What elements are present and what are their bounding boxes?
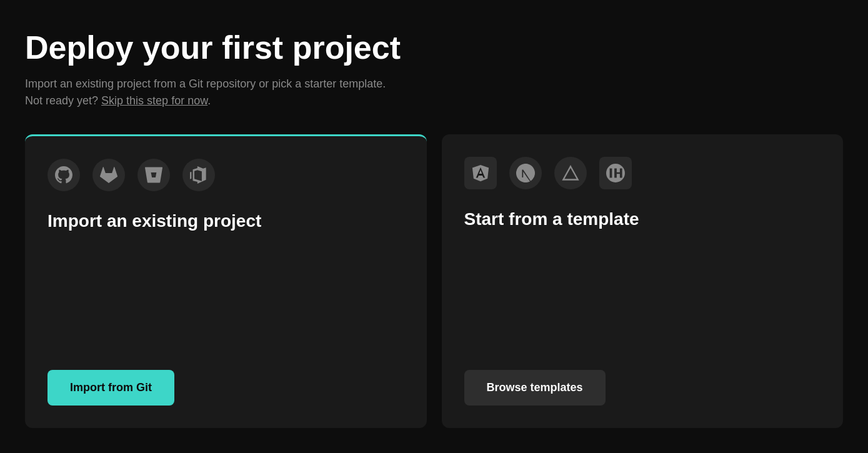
- page-title: Deploy your first project: [25, 30, 843, 66]
- gitlab-icon: [92, 159, 125, 191]
- template-framework-icons: [464, 157, 821, 189]
- import-git-card: Import an existing project Import from G…: [25, 134, 427, 428]
- subtitle-period: .: [207, 94, 211, 107]
- bitbucket-icon: [137, 159, 170, 191]
- import-from-git-button[interactable]: Import from Git: [47, 370, 174, 406]
- import-card-title: Import an existing project: [47, 211, 404, 352]
- nuxt-icon: [554, 157, 587, 189]
- svg-marker-0: [563, 167, 577, 180]
- browse-templates-button[interactable]: Browse templates: [464, 370, 606, 406]
- angular-icon: [464, 157, 497, 189]
- azure-devops-icon: [182, 159, 215, 191]
- browse-templates-card: Start from a template Browse templates: [442, 134, 844, 428]
- hugo-icon: [599, 157, 632, 189]
- header: Deploy your first project Import an exis…: [25, 30, 843, 109]
- subtitle-line2-before: Not ready yet?: [25, 94, 98, 107]
- github-icon: [47, 159, 80, 191]
- subtitle-line1: Import an existing project from a Git re…: [25, 77, 386, 90]
- template-card-title: Start from a template: [464, 209, 821, 352]
- nextjs-icon: [509, 157, 542, 189]
- subtitle: Import an existing project from a Git re…: [25, 76, 843, 109]
- cards-container: Import an existing project Import from G…: [25, 134, 843, 428]
- git-provider-icons: [47, 159, 404, 191]
- skip-link[interactable]: Skip this step for now: [101, 94, 207, 107]
